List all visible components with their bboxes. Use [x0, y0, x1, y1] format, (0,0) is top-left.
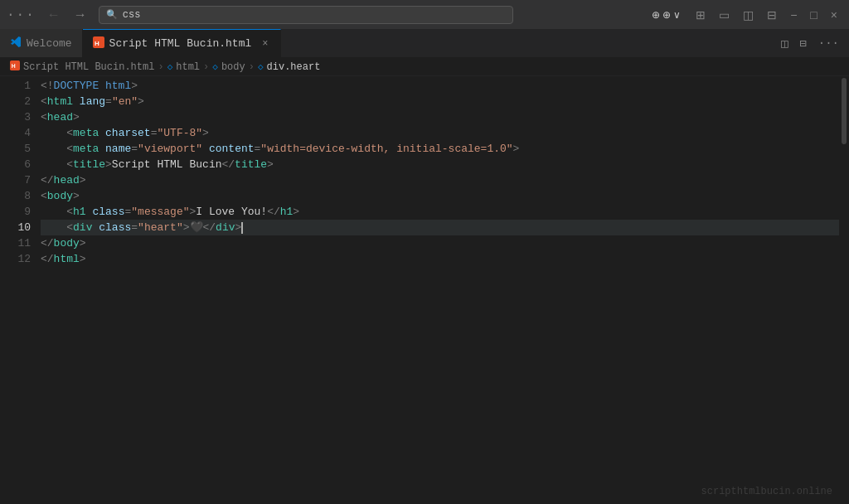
code-text: body — [47, 188, 73, 204]
code-text: Script HTML Bucin — [112, 157, 222, 172]
breadcrumb-divheart-label: div.heart — [267, 61, 321, 73]
code-line-12: </html> — [41, 251, 839, 267]
breadcrumb-element-icon1: ◇ — [167, 61, 173, 72]
line-num-8: 8 — [0, 188, 31, 204]
more-actions-icon[interactable]: ··· — [815, 35, 842, 51]
breadcrumb-file-label: Script HTML Bucin.html — [23, 61, 154, 73]
code-text — [41, 141, 66, 157]
code-text: > — [73, 109, 80, 125]
code-text — [41, 220, 66, 235]
code-text: = — [105, 94, 112, 109]
minimize-button[interactable]: − — [785, 7, 802, 23]
tab-html-label: Script HTML Bucin.html — [109, 37, 252, 50]
search-icon: 🔍 — [106, 9, 118, 20]
code-text: < — [66, 125, 73, 141]
forward-button[interactable]: → — [69, 6, 92, 24]
code-text: > — [293, 204, 299, 220]
code-text: div — [216, 220, 235, 235]
breadcrumb-element-icon3: ◇ — [258, 61, 264, 72]
line-num-10: 10 — [0, 220, 31, 235]
code-line-5: <meta name="viewport" content="width=dev… — [41, 141, 839, 157]
code-text — [99, 125, 105, 141]
code-text: = — [255, 141, 261, 157]
code-text: < — [41, 109, 47, 125]
sidebar-toggle-button[interactable]: ▭ — [714, 7, 735, 23]
code-text: title — [73, 157, 105, 172]
code-text: </ — [41, 172, 54, 188]
code-line-11: </body> — [41, 235, 839, 251]
code-text: html — [47, 94, 73, 109]
line-num-7: 7 — [0, 172, 31, 188]
breadcrumb-file[interactable]: H Script HTML Bucin.html — [10, 61, 154, 74]
code-area[interactable]: <!DOCTYPE html> <html lang="en"> <head> … — [37, 76, 839, 504]
breadcrumb-html-label: html — [176, 61, 200, 73]
breadcrumb-body[interactable]: ◇ body — [212, 61, 245, 73]
layout-icon4-button[interactable]: ⊟ — [762, 7, 782, 23]
code-text: < — [66, 157, 73, 172]
breadcrumb-sep3: › — [249, 61, 255, 73]
code-text: body — [54, 235, 80, 251]
code-text: < — [41, 94, 47, 109]
code-text: > — [105, 157, 112, 172]
code-line-4: <meta charset="UTF-8"> — [41, 125, 839, 141]
code-text: "en" — [112, 94, 138, 109]
breadcrumb-sep2: › — [203, 61, 209, 73]
line-num-5: 5 — [0, 141, 31, 157]
tab-welcome-label: Welcome — [27, 37, 72, 50]
line-num-9: 9 — [0, 204, 31, 220]
panel-toggle-button[interactable]: ◫ — [738, 7, 759, 23]
code-text: > — [138, 94, 144, 109]
breadcrumb-divheart[interactable]: ◇ div.heart — [258, 61, 320, 73]
menu-dots[interactable]: ··· — [7, 7, 36, 22]
code-text: div — [73, 220, 92, 235]
code-text: name — [105, 141, 131, 157]
close-button[interactable]: × — [826, 7, 842, 23]
code-line-2: <html lang="en"> — [41, 94, 839, 109]
code-text: meta — [73, 141, 99, 157]
layout-icon1-button[interactable]: ⊞ — [691, 7, 711, 23]
code-text: lang — [80, 94, 105, 109]
code-text: class — [92, 204, 124, 220]
code-text — [41, 125, 66, 141]
nav-controls: ← → — [42, 6, 92, 24]
code-text: "heart" — [138, 220, 183, 235]
tab-welcome[interactable]: Welcome — [0, 29, 83, 57]
code-text: = — [131, 220, 138, 235]
code-text — [73, 94, 80, 109]
vertical-scrollbar[interactable] — [839, 76, 849, 504]
title-bar: ··· ← → 🔍 ⊕ ⊕ ∨ ⊞ ▭ ◫ ⊟ − □ × — [0, 0, 849, 29]
ai-button[interactable]: ⊕ ⊕ ∨ — [645, 7, 687, 22]
code-line-8: <body> — [41, 188, 839, 204]
line-num-4: 4 — [0, 125, 31, 141]
tab-html[interactable]: H Script HTML Bucin.html × — [83, 29, 282, 57]
scrollbar-thumb[interactable] — [842, 78, 847, 144]
code-text — [41, 157, 66, 172]
editor-area: 1 2 3 4 5 6 7 8 9 10 11 12 <!DOCTYPE htm… — [0, 76, 849, 504]
code-text: < — [41, 188, 47, 204]
code-text: I Love You! — [196, 204, 267, 220]
code-line-6: <title>Script HTML Bucin</title> — [41, 157, 839, 172]
restore-button[interactable]: □ — [805, 7, 822, 23]
breadcrumb-html[interactable]: ◇ html — [167, 61, 200, 73]
ai-icon: ⊕ — [652, 9, 660, 21]
search-input[interactable] — [123, 9, 506, 21]
code-text: "viewport" — [138, 141, 202, 157]
code-text: > — [80, 172, 86, 188]
code-line-7: </head> — [41, 172, 839, 188]
code-text: > — [183, 220, 190, 235]
code-text: = — [151, 125, 158, 141]
code-text: > — [131, 78, 138, 94]
split-editor-icon[interactable]: ◫ — [778, 35, 791, 52]
code-text: class — [99, 220, 131, 235]
code-line-3: <head> — [41, 109, 839, 125]
code-text: > — [267, 157, 274, 172]
code-text: > — [202, 125, 209, 141]
line-num-3: 3 — [0, 109, 31, 125]
code-text: < — [66, 204, 73, 220]
code-text: > — [235, 220, 242, 235]
code-text: </ — [221, 157, 235, 172]
tab-close-icon[interactable]: × — [260, 37, 270, 51]
search-bar[interactable]: 🔍 — [99, 6, 513, 24]
back-button[interactable]: ← — [42, 6, 65, 24]
editor-layout-icon[interactable]: ⊟ — [796, 35, 809, 52]
